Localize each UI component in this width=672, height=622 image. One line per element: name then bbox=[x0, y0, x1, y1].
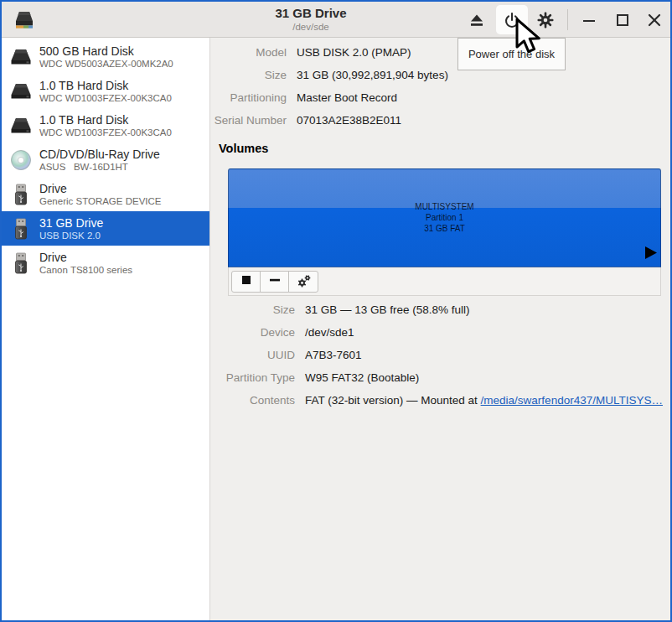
detail-label: UUID bbox=[211, 349, 295, 361]
hard-disk-icon bbox=[8, 79, 34, 104]
sidebar-item-500gb-hard-disk[interactable]: 500 GB Hard Disk WDC WD5003AZEX-00MK2A0 bbox=[2, 39, 209, 74]
device-subtitle: Generic STORAGE DEVICE bbox=[39, 195, 162, 207]
drive-detail-panel: Model USB DISK 2.0 (PMAP) Size 31 GB (30… bbox=[211, 38, 670, 620]
hard-disk-icon bbox=[8, 44, 34, 70]
device-title: CD/DVD/Blu-Ray Drive bbox=[39, 148, 160, 161]
drive-options-button[interactable] bbox=[531, 7, 560, 33]
contents-text: FAT (32-bit version) — Mounted at bbox=[305, 394, 481, 407]
maximize-icon bbox=[613, 10, 633, 30]
detail-value: 31 GB (30,992,891,904 bytes) bbox=[297, 69, 448, 81]
window-title: 31 GB Drive bbox=[169, 6, 452, 21]
hard-disk-icon bbox=[8, 113, 34, 138]
titlebar-separator bbox=[567, 9, 568, 30]
stop-icon bbox=[238, 272, 255, 291]
gears-icon bbox=[294, 271, 313, 292]
detail-label: Device bbox=[211, 326, 295, 339]
volume-details: Size 31 GB — 13 GB free (58.8% full) Dev… bbox=[211, 298, 663, 412]
partition-label: Partition 1 bbox=[229, 212, 660, 223]
detail-row-uuid: UUID A7B3-7601 bbox=[211, 344, 663, 366]
usb-drive-icon bbox=[8, 216, 34, 241]
volume-toolbar bbox=[228, 267, 661, 296]
detail-row-model: Model USB DISK 2.0 (PMAP) bbox=[211, 41, 448, 64]
eject-button[interactable] bbox=[463, 7, 491, 33]
eject-icon bbox=[467, 10, 487, 30]
device-subtitle: ASUS BW-16D1HT bbox=[39, 161, 160, 173]
sidebar-item-generic-storage[interactable]: Drive Generic STORAGE DEVICE bbox=[2, 177, 209, 211]
device-title: 500 GB Hard Disk bbox=[39, 44, 173, 58]
maximize-button[interactable] bbox=[610, 7, 635, 33]
sidebar-item-1tb-hard-disk-1[interactable]: 1.0 TB Hard Disk WDC WD1003FZEX-00K3CA0 bbox=[2, 74, 209, 108]
close-icon bbox=[644, 10, 664, 30]
volumes-heading: Volumes bbox=[219, 142, 268, 155]
mounted-indicator-icon bbox=[644, 246, 658, 263]
detail-row-contents: Contents FAT (32-bit version) — Mounted … bbox=[211, 389, 663, 412]
detail-label: Serial Number bbox=[211, 114, 287, 127]
window-title-block: 31 GB Drive /dev/sde bbox=[169, 6, 452, 33]
detail-value: USB DISK 2.0 (PMAP) bbox=[297, 46, 411, 59]
detail-label: Partition Type bbox=[211, 371, 295, 384]
device-title: 31 GB Drive bbox=[39, 216, 103, 230]
detail-value: 07013A2E38B2E011 bbox=[297, 114, 401, 127]
gnome-disks-window: 31 GB Drive /dev/sde bbox=[0, 0, 672, 622]
delete-partition-button[interactable] bbox=[261, 272, 289, 292]
disks-app-icon bbox=[13, 9, 36, 31]
device-subtitle: Canon TS8100 series bbox=[39, 264, 132, 276]
minimize-button[interactable] bbox=[576, 7, 602, 33]
partition-options-button[interactable] bbox=[289, 272, 318, 292]
device-title: 1.0 TB Hard Disk bbox=[39, 79, 172, 92]
volumes-widget: MULTISYSTEM Partition 1 31 GB FAT bbox=[228, 168, 661, 296]
detail-label: Partitioning bbox=[211, 91, 287, 104]
unmount-button[interactable] bbox=[232, 272, 261, 292]
volume-button-group bbox=[231, 271, 318, 293]
detail-row-serial-number: Serial Number 07013A2E38B2E011 bbox=[211, 109, 448, 132]
device-list: 500 GB Hard Disk WDC WD5003AZEX-00MK2A0 … bbox=[2, 38, 210, 620]
optical-disc-icon bbox=[8, 148, 34, 173]
partition-name: MULTISYSTEM bbox=[229, 201, 660, 212]
sidebar-item-1tb-hard-disk-2[interactable]: 1.0 TB Hard Disk WDC WD1003FZEX-00K3CA0 bbox=[2, 108, 209, 143]
detail-label: Model bbox=[211, 46, 287, 59]
sidebar-item-31gb-drive[interactable]: 31 GB Drive USB DISK 2.0 bbox=[2, 211, 209, 246]
detail-row-partition-type: Partition Type W95 FAT32 (Bootable) bbox=[211, 366, 663, 389]
detail-row-partitioning: Partitioning Master Boot Record bbox=[211, 86, 448, 109]
device-title: Drive bbox=[39, 182, 162, 195]
detail-value: 31 GB — 13 GB free (58.8% full) bbox=[305, 303, 470, 316]
power-off-button[interactable] bbox=[496, 5, 528, 34]
detail-value: W95 FAT32 (Bootable) bbox=[305, 371, 419, 384]
detail-label: Size bbox=[211, 303, 295, 316]
usb-drive-icon bbox=[8, 182, 34, 207]
detail-row-size: Size 31 GB (30,992,891,904 bytes) bbox=[211, 64, 448, 86]
detail-row-device: Device /dev/sde1 bbox=[211, 321, 663, 344]
detail-value: A7B3-7601 bbox=[305, 349, 362, 361]
detail-value: /dev/sde1 bbox=[305, 326, 354, 339]
device-subtitle: WDC WD5003AZEX-00MK2A0 bbox=[39, 58, 173, 70]
detail-label: Size bbox=[211, 69, 287, 81]
window-subtitle: /dev/sde bbox=[169, 21, 452, 33]
detail-value: Master Boot Record bbox=[297, 91, 397, 104]
titlebar: 31 GB Drive /dev/sde bbox=[2, 2, 670, 38]
minus-icon bbox=[266, 272, 283, 291]
sidebar-item-canon-drive[interactable]: Drive Canon TS8100 series bbox=[2, 246, 209, 280]
device-subtitle: USB DISK 2.0 bbox=[39, 230, 103, 241]
power-off-tooltip: Power off the disk bbox=[457, 38, 566, 70]
sidebar-item-optical-drive[interactable]: CD/DVD/Blu-Ray Drive ASUS BW-16D1HT bbox=[2, 143, 209, 177]
device-title: Drive bbox=[39, 251, 132, 264]
gear-icon bbox=[535, 10, 556, 30]
device-subtitle: WDC WD1003FZEX-00K3CA0 bbox=[39, 92, 172, 104]
detail-value: FAT (32-bit version) — Mounted at /media… bbox=[305, 394, 663, 407]
minimize-icon bbox=[579, 10, 599, 30]
partition-block[interactable]: MULTISYSTEM Partition 1 31 GB FAT bbox=[228, 168, 661, 267]
usb-drive-icon bbox=[8, 251, 34, 276]
device-title: 1.0 TB Hard Disk bbox=[39, 113, 172, 127]
partition-size: 31 GB FAT bbox=[229, 223, 660, 234]
power-icon bbox=[502, 10, 522, 30]
detail-row-volume-size: Size 31 GB — 13 GB free (58.8% full) bbox=[211, 298, 663, 321]
close-button[interactable] bbox=[642, 7, 667, 33]
detail-label: Contents bbox=[211, 394, 295, 407]
device-subtitle: WDC WD1003FZEX-00K3CA0 bbox=[39, 127, 172, 138]
mount-point-link[interactable]: /media/swarfendor437/MULTISYS… bbox=[481, 394, 663, 407]
drive-details: Model USB DISK 2.0 (PMAP) Size 31 GB (30… bbox=[211, 41, 448, 132]
